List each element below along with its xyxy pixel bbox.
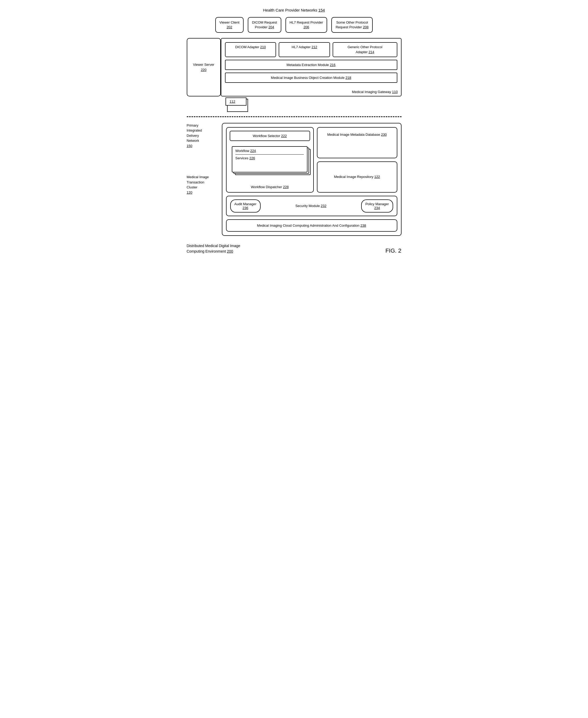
workflow-dispatcher-box: Workflow Selector 222 Workflow 224 Servi… xyxy=(226,127,314,192)
hl7-adapter-label: HL7 Adapter 212 xyxy=(292,45,317,49)
title-text: Health Care Provider Networks xyxy=(263,8,317,12)
hl7-request-provider-box: HL7 Request Provider206 xyxy=(286,17,328,33)
workflow-selector-label: Workflow Selector 222 xyxy=(253,134,287,138)
viewer-server-label: Viewer Server220 xyxy=(193,62,214,72)
business-object-box: Medical Image Business Object Creation M… xyxy=(225,73,397,83)
other-protocol-label: Some Other ProtocolRequest Provider 208 xyxy=(336,20,369,29)
dicom-adapter-label: DICOM Adapter 210 xyxy=(235,45,266,49)
workflow-label: Workflow 224 xyxy=(235,149,304,153)
transaction-cluster-box: Workflow Selector 222 Workflow 224 Servi… xyxy=(222,123,401,236)
workflow-selector-box: Workflow Selector 222 xyxy=(230,131,310,141)
image-repository-label: Medical Image Repository 122 xyxy=(334,175,380,179)
right-column: Medical Image Metadata Database 230 Medi… xyxy=(317,127,397,192)
metadata-db-box: Medical Image Metadata Database 230 xyxy=(317,127,397,158)
cloud-admin-label: Medical Imaging Cloud Computing Administ… xyxy=(257,224,366,227)
policy-manager-box: Policy Manager234 xyxy=(361,200,393,212)
gateway-inner: DICOM Adapter 210 HL7 Adapter 212 Generi… xyxy=(221,38,401,96)
adapters-row: DICOM Adapter 210 HL7 Adapter 212 Generi… xyxy=(225,42,397,57)
generic-adapter-box: Generic Other ProtocolAdapter 214 xyxy=(333,42,397,57)
metadata-extraction-box: Metadata Extraction Module 216 xyxy=(225,60,397,70)
viewer-client-box: Viewer Client202 xyxy=(215,17,244,33)
generic-adapter-label: Generic Other ProtocolAdapter 214 xyxy=(348,45,382,54)
workflow-front-box: Workflow 224 Services 226 xyxy=(232,146,308,172)
bottom-section: PrimaryIntegratedDeliveryNetwork150 Medi… xyxy=(187,123,401,236)
viewer-client-label: Viewer Client202 xyxy=(219,20,239,29)
other-protocol-provider-box: Some Other ProtocolRequest Provider 208 xyxy=(331,17,373,33)
figure-label: FIG. 2 xyxy=(385,247,401,254)
security-module-label: Security Module 232 xyxy=(263,204,359,208)
fig-label-text: FIG. 2 xyxy=(385,247,401,254)
workflow-dispatcher-label-text: Workflow Dispatcher 228 xyxy=(230,185,310,189)
dicom-request-provider-box: DICOM RequestProvider 204 xyxy=(248,17,281,33)
hl7-request-label: HL7 Request Provider206 xyxy=(290,20,323,29)
diagram-title: Health Care Provider Networks 154 xyxy=(187,8,401,12)
cloud-admin-box: Medical Imaging Cloud Computing Administ… xyxy=(226,219,397,232)
dicom-request-label: DICOM RequestProvider 204 xyxy=(252,20,277,29)
image-repository-box: Medical Image Repository 122 xyxy=(317,161,397,192)
services-label: Services 226 xyxy=(235,156,304,160)
metadata-db-label: Medical Image Metadata Database 230 xyxy=(328,132,387,137)
interface-box-front: 112 xyxy=(226,98,247,106)
viewer-server-box: Viewer Server220 xyxy=(187,38,221,96)
gateway-label: Medical Imaging Gateway 110 xyxy=(352,90,398,94)
footer-description: Distributed Medical Digital ImageComputi… xyxy=(187,243,240,254)
dashed-separator xyxy=(187,116,401,117)
footer-row: Distributed Medical Digital ImageComputi… xyxy=(187,243,401,254)
security-module-text: Security Module 232 xyxy=(295,204,327,208)
transaction-cluster-label: Medical ImageTransactionCluster120 xyxy=(187,175,218,195)
security-row-box: Audit Manager236 Security Module 232 Pol… xyxy=(226,196,397,216)
interface-stack: 112 xyxy=(226,98,247,110)
dicom-adapter-box: DICOM Adapter 210 xyxy=(225,42,276,57)
primary-network-label: PrimaryIntegratedDeliveryNetwork150 xyxy=(187,123,218,148)
cluster-top-row: Workflow Selector 222 Workflow 224 Servi… xyxy=(226,127,397,192)
network-labels: PrimaryIntegratedDeliveryNetwork150 Medi… xyxy=(187,123,218,195)
interface-id-label: 112 xyxy=(230,100,235,103)
metadata-extraction-label: Metadata Extraction Module 216 xyxy=(287,63,336,67)
business-object-label: Medical Image Business Object Creation M… xyxy=(271,76,351,80)
audit-manager-label: Audit Manager236 xyxy=(234,202,257,210)
gateway-name: Medical Imaging Gateway 110 xyxy=(352,90,398,94)
policy-manager-label: Policy Manager234 xyxy=(365,202,389,210)
title-id: 154 xyxy=(318,8,325,12)
audit-manager-box: Audit Manager236 xyxy=(230,200,261,212)
gateway-section: Viewer Server220 DICOM Adapter 210 HL7 A… xyxy=(187,38,401,96)
hl7-adapter-box: HL7 Adapter 212 xyxy=(279,42,330,57)
workflow-stack-container: Workflow 224 Services 226 xyxy=(232,146,308,172)
provider-row: Viewer Client202 DICOM RequestProvider 2… xyxy=(187,17,401,33)
